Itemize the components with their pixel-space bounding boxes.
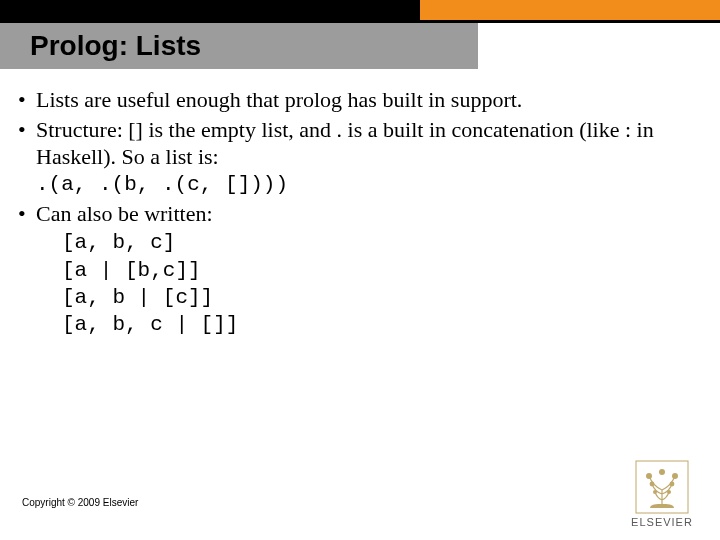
top-orange-bar: [420, 0, 720, 20]
svg-point-5: [653, 490, 657, 494]
code-block: [a, b, c] [a | [b,c]] [a, b | [c]] [a, b…: [62, 229, 698, 338]
publisher-logo: ELSEVIER: [622, 460, 702, 528]
bullet-text: Can also be written:: [36, 201, 213, 226]
slide-title: Prolog: Lists: [30, 30, 201, 62]
bullet-text: Lists are useful enough that prolog has …: [36, 87, 522, 112]
tree-icon: [635, 460, 689, 514]
publisher-name: ELSEVIER: [622, 516, 702, 528]
title-bar: Prolog: Lists: [0, 23, 478, 69]
svg-point-2: [672, 473, 678, 479]
svg-point-6: [667, 490, 671, 494]
svg-point-1: [646, 473, 652, 479]
bullet-text: Structure: [] is the empty list, and . i…: [36, 117, 654, 170]
bullet-item: Structure: [] is the empty list, and . i…: [18, 116, 698, 198]
slide: Prolog: Lists Lists are useful enough th…: [0, 0, 720, 540]
bullet-list: Lists are useful enough that prolog has …: [18, 86, 698, 227]
svg-point-4: [670, 482, 675, 487]
svg-point-7: [659, 469, 665, 475]
bullet-item: Can also be written:: [18, 200, 698, 228]
content-area: Lists are useful enough that prolog has …: [18, 86, 698, 338]
code-block: .(a, .(b, .(c, []))): [36, 171, 698, 198]
copyright-text: Copyright © 2009 Elsevier: [22, 497, 138, 508]
svg-point-3: [650, 482, 655, 487]
bullet-item: Lists are useful enough that prolog has …: [18, 86, 698, 114]
code-indent-wrap: [a, b, c] [a | [b,c]] [a, b | [c]] [a, b…: [18, 229, 698, 338]
